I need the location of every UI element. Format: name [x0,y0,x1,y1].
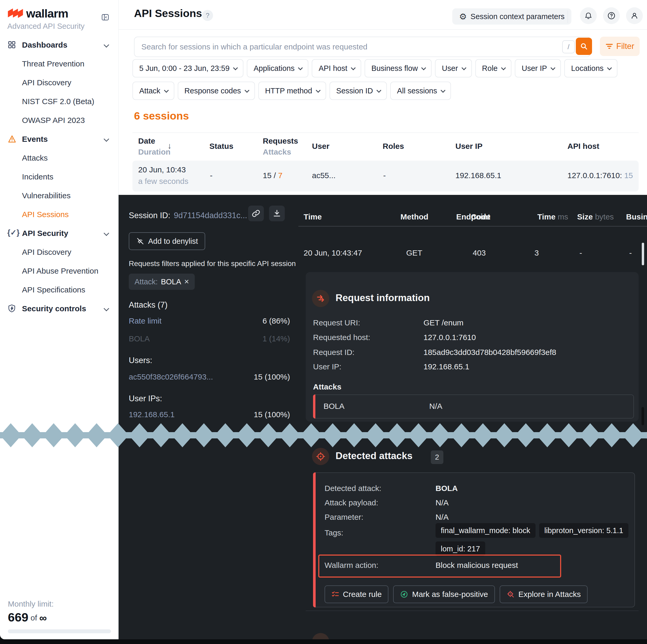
rule-checklist-icon [331,590,339,598]
account-button[interactable] [626,7,643,24]
search-button[interactable] [576,38,592,55]
req-column-time-ms[interactable]: Time ms [537,213,568,221]
detected-attacks-count-badge: 2 [431,451,443,464]
filter-chip-role[interactable]: Role [475,59,512,77]
session-id-value: 9d71154dadd331c... [174,211,247,220]
mark-false-positive-button[interactable]: Mark as false-positive [393,585,495,603]
sidebar-item-dashboards[interactable]: Dashboards [0,36,118,55]
filter-chip-business-flow[interactable]: Business flow [365,59,432,77]
req-column-size[interactable]: Size bytes [577,213,614,221]
sidebar-item-api-specifications[interactable]: API Specifications [0,281,118,300]
filter-chip-user-ip[interactable]: User IP [515,59,561,77]
column-header-status[interactable]: Status [209,142,233,151]
filter-chip-locations[interactable]: Locations [564,59,618,77]
sidebar-item-nist-csf[interactable]: NIST CSF 2.0 (Beta) [0,93,118,111]
sidebar-item-api-sessions[interactable]: API Sessions [0,206,118,225]
filter-button[interactable]: Filter [600,36,640,56]
filter-icon [605,43,613,50]
req-column-method[interactable]: Method [401,213,428,221]
column-header-requests[interactable]: Requests [263,137,298,146]
session-roles: - [383,171,386,180]
filter-chip-user[interactable]: User [435,59,472,77]
stat-bola-link[interactable]: BOLA [129,334,150,343]
req-column-business[interactable]: Busine [626,213,647,221]
collapse-sidebar-icon [101,13,110,21]
filter-chip-attack[interactable]: Attack [132,82,174,100]
chevron-down-icon [607,65,612,70]
sidebar-item-attacks[interactable]: Attacks [0,149,118,168]
sidebar-item-threat-prevention[interactable]: Threat Prevention [0,55,118,74]
torn-screenshot-divider [0,423,647,447]
explore-in-attacks-button[interactable]: Explore in Attacks [500,585,588,603]
attack-accent-bar [313,394,315,418]
request-attack-row[interactable] [313,394,634,418]
applied-filter-chip-attack-bola[interactable]: Attack: BOLA × [129,273,195,290]
sidebar-item-vulnerabilities[interactable]: Vulnerabilities [0,187,118,206]
request-time-ms: 3 [534,248,539,257]
sidebar-item-api-discovery[interactable]: API Discovery [0,74,118,93]
column-header-roles[interactable]: Roles [383,142,404,151]
filter-chip-applications[interactable]: Applications [247,59,308,77]
filter-chip-all-sessions[interactable]: All sessions [390,82,451,100]
stat-bola-value: 1 (14%) [235,334,290,343]
close-icon[interactable]: × [184,277,189,287]
scrollbar-thumb[interactable] [642,407,644,425]
sidebar-item-api-discovery-2[interactable]: API Discovery [0,243,118,262]
sidebar-item-events[interactable]: Events [0,130,118,149]
stat-rate-limit-link[interactable]: Rate limit [129,317,161,325]
shield-icon [7,304,17,313]
filter-chip-date-range[interactable]: 5 Jun, 0:00 - 23 Jun, 23:59 [132,59,243,77]
scrollbar-thumb[interactable] [642,243,644,265]
req-column-code[interactable]: Code [471,213,491,221]
request-time: 20 Jun, 10:43:47 [304,248,362,257]
filter-chip-response-codes[interactable]: Response codes [178,82,255,100]
bell-icon [584,11,592,20]
notifications-button[interactable] [580,7,597,24]
help-button[interactable] [603,7,620,24]
create-rule-button[interactable]: Create rule [325,585,388,603]
search-input[interactable] [141,39,555,55]
detected-attacks-icon [312,448,329,465]
copy-link-button[interactable] [248,206,264,221]
download-button[interactable] [269,206,285,221]
sidebar-item-security-controls[interactable]: Security controls [0,300,118,319]
session-api-host: 127.0.0.1:7610: 15 [567,171,633,180]
add-to-denylist-button[interactable]: Add to denylist [129,232,205,250]
session-context-parameters-button[interactable]: ⚙ Session context parameters [452,8,571,24]
filter-chip-api-host[interactable]: API host [312,59,361,77]
chevron-down-icon [351,65,355,70]
sidebar-item-api-security[interactable]: {✓} API Security [0,225,118,243]
column-header-user-ip[interactable]: User IP [455,142,482,151]
column-header-api-host[interactable]: API host [567,142,599,151]
column-header-date[interactable]: Date [138,137,155,146]
chevron-down-icon [103,42,109,48]
field-label: User IP: [313,362,341,371]
filter-chip-http-method[interactable]: HTTP method [258,82,326,100]
tags-label: Tags: [325,529,343,537]
sidebar-collapse-button[interactable] [99,11,112,23]
page-help-icon[interactable]: ? [202,10,213,21]
question-circle-icon [607,11,616,20]
chevron-down-icon [103,136,109,142]
req-column-time[interactable]: Time [304,213,322,221]
stat-user-value: 15 (100%) [235,373,290,381]
gear-icon: ⚙ [459,11,467,22]
sidebar-item-incidents[interactable]: Incidents [0,168,118,187]
chevron-down-icon [551,65,555,70]
field-label: Request URI: [313,318,360,327]
column-header-duration[interactable]: Duration [138,148,170,156]
link-icon [252,209,260,218]
filter-chip-session-id[interactable]: Session ID [330,82,387,100]
column-header-user[interactable]: User [312,142,330,151]
stat-ip-link[interactable]: 192.168.65.1 [129,410,174,419]
session-duration: a few seconds [138,177,189,186]
sidebar-item-owasp-api[interactable]: OWASP API 2023 [0,111,118,130]
stat-user-link[interactable]: ac550f38c026f664793... [129,373,213,381]
monthly-limit-progressbar [8,629,111,633]
column-header-attacks[interactable]: Attacks [263,148,291,156]
sidebar-item-api-abuse-prevention[interactable]: API Abuse Prevention [0,262,118,281]
tag: final_wallarm_mode: block [436,523,535,538]
session-filters-note: Requests filters applied for this specif… [129,259,296,268]
braces-check-icon: {✓} [7,228,17,237]
field-value: N/A [436,513,449,521]
